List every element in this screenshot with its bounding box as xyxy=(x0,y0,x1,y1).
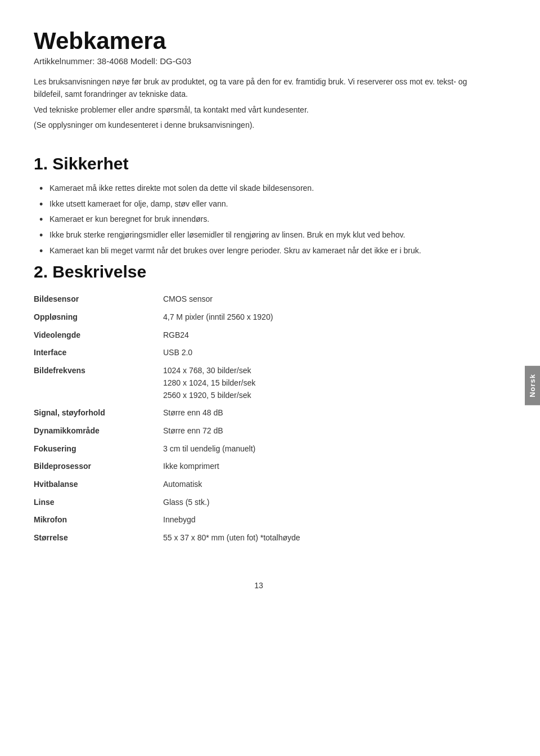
spec-row: VideolengdeRGB24 xyxy=(34,326,484,345)
section1-heading: 1. Sikkerhet xyxy=(34,154,484,173)
spec-label: Linse xyxy=(34,494,158,512)
intro-text-2: Ved tekniske problemer eller andre spørs… xyxy=(34,104,484,117)
spec-row: Bildefrekvens1024 x 768, 30 bilder/sek12… xyxy=(34,362,484,404)
spec-value: Automatisk xyxy=(158,476,484,494)
spec-label: Bildeprosessor xyxy=(34,458,158,476)
spec-label: Oppløsning xyxy=(34,308,158,326)
subtitle-line: Artikkelnummer: 38-4068 Modell: DG-G03 xyxy=(34,56,484,66)
page-number: 13 xyxy=(34,581,484,590)
spec-value: 4,7 M pixler (inntil 2560 x 1920) xyxy=(158,308,484,326)
spec-row: BildesensorCMOS sensor xyxy=(34,290,484,308)
spec-row: BildeprosessorIkke komprimert xyxy=(34,458,484,476)
spec-label: Bildefrekvens xyxy=(34,362,158,404)
spec-label: Dynamikkområde xyxy=(34,422,158,440)
spec-row: Oppløsning4,7 M pixler (inntil 2560 x 19… xyxy=(34,308,484,326)
spec-value: Større enn 48 dB xyxy=(158,404,484,422)
intro-text-1: Les bruksanvisningen nøye før bruk av pr… xyxy=(34,76,484,100)
spec-row: DynamikkområdeStørre enn 72 dB xyxy=(34,422,484,440)
spec-label: Bildesensor xyxy=(34,290,158,308)
bullet-item: Kameraet må ikke rettes direkte mot sole… xyxy=(39,182,484,195)
spec-row: MikrofonInnebygd xyxy=(34,511,484,529)
spec-row: Størrelse55 x 37 x 80* mm (uten fot) *to… xyxy=(34,529,484,547)
intro-text-3: (Se opplysninger om kundesenteret i denn… xyxy=(34,119,484,132)
spec-label: Videolengde xyxy=(34,326,158,345)
spec-value: Større enn 72 dB xyxy=(158,422,484,440)
spec-row: InterfaceUSB 2.0 xyxy=(34,344,484,362)
spec-value: Innebygd xyxy=(158,511,484,529)
bullet-item: Ikke utsett kameraet for olje, damp, stø… xyxy=(39,198,484,211)
spec-value: 55 x 37 x 80* mm (uten fot) *totalhøyde xyxy=(158,529,484,547)
spec-row: LinseGlass (5 stk.) xyxy=(34,494,484,512)
page-title: Webkamera xyxy=(34,28,484,54)
spec-row: Signal, støyforholdStørre enn 48 dB xyxy=(34,404,484,422)
bullet-item: Kameraet kan bli meget varmt når det bru… xyxy=(39,245,484,257)
spec-value: RGB24 xyxy=(158,326,484,345)
spec-value: Ikke komprimert xyxy=(158,458,484,476)
spec-value: 1024 x 768, 30 bilder/sek1280 x 1024, 15… xyxy=(158,362,484,404)
bullet-item: Ikke bruk sterke rengjøringsmidler eller… xyxy=(39,229,484,241)
spec-value: USB 2.0 xyxy=(158,344,484,362)
spec-label: Størrelse xyxy=(34,529,158,547)
spec-row: HvitbalanseAutomatisk xyxy=(34,476,484,494)
spec-label: Interface xyxy=(34,344,158,362)
spec-label: Hvitbalanse xyxy=(34,476,158,494)
side-tab-label: Norsk xyxy=(525,366,540,405)
spec-label: Mikrofon xyxy=(34,511,158,529)
page-container: Webkamera Artikkelnummer: 38-4068 Modell… xyxy=(0,0,518,624)
spec-value: 3 cm til uendelig (manuelt) xyxy=(158,440,484,458)
spec-row: Fokusering3 cm til uendelig (manuelt) xyxy=(34,440,484,458)
bullet-item: Kameraet er kun beregnet for bruk innend… xyxy=(39,213,484,226)
spec-table: BildesensorCMOS sensorOppløsning4,7 M pi… xyxy=(34,290,484,547)
safety-list: Kameraet må ikke rettes direkte mot sole… xyxy=(39,182,484,257)
spec-label: Signal, støyforhold xyxy=(34,404,158,422)
section2-heading: 2. Beskrivelse xyxy=(34,262,484,281)
spec-value: Glass (5 stk.) xyxy=(158,494,484,512)
spec-value: CMOS sensor xyxy=(158,290,484,308)
spec-label: Fokusering xyxy=(34,440,158,458)
